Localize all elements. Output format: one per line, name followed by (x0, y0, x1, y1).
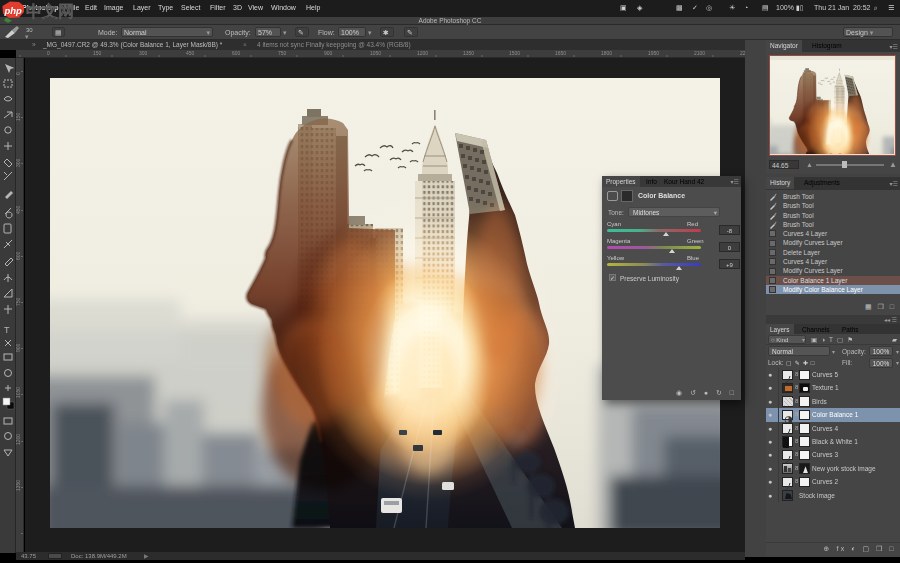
svg-text:T: T (4, 325, 10, 335)
svg-text:php: php (4, 5, 23, 16)
svg-text:中文网: 中文网 (26, 2, 74, 20)
